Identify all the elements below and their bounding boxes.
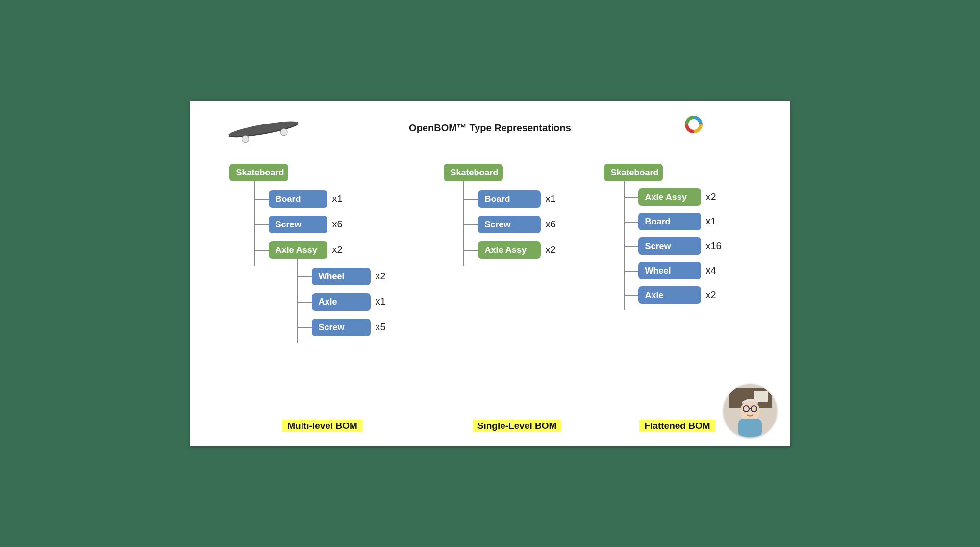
column-flattened: Skateboard Axle Assy x2 Board x1 Screw x… xyxy=(604,164,751,431)
qty-wheel: x2 xyxy=(376,271,386,282)
qty-axle-assy: x2 xyxy=(706,191,716,202)
qty-board: x1 xyxy=(332,193,343,204)
caption-singlelevel: Single-Level BOM xyxy=(444,421,591,431)
svg-point-1 xyxy=(227,119,299,140)
root-label: Skateboard xyxy=(236,168,284,178)
qty-board: x1 xyxy=(706,216,716,227)
svg-point-7 xyxy=(740,401,760,421)
node-screw: Screw xyxy=(478,216,541,233)
presenter-webcam xyxy=(724,384,777,437)
qty-axle-assy: x2 xyxy=(546,244,556,255)
node-axle-assy: Axle Assy xyxy=(478,241,541,259)
node-screw: Screw xyxy=(269,216,327,233)
node-wheel: Wheel xyxy=(638,262,701,279)
node-screw: Screw xyxy=(638,237,701,255)
root-node: Skateboard xyxy=(604,164,663,181)
openbom-logo-icon xyxy=(683,114,704,135)
slide: OpenBOM™ Type Representations Skateboard xyxy=(190,101,790,446)
svg-rect-8 xyxy=(738,419,762,437)
node-board: Board xyxy=(269,190,327,208)
node-axle: Axle xyxy=(638,286,701,304)
node-axle: Axle xyxy=(312,293,371,311)
node-axle-assy: Axle Assy xyxy=(638,188,701,206)
node-screw2: Screw xyxy=(312,319,371,336)
qty-screw2: x5 xyxy=(376,322,386,333)
qty-axle: x2 xyxy=(706,289,716,300)
qty-axle-assy: x2 xyxy=(332,244,343,255)
qty-screw: x16 xyxy=(706,240,722,251)
caption-multilevel: Multi-level BOM xyxy=(229,421,416,431)
root-node: Skateboard xyxy=(444,164,503,181)
node-board: Board xyxy=(638,213,701,230)
qty-screw: x6 xyxy=(546,219,556,230)
qty-axle: x1 xyxy=(376,296,386,307)
column-multilevel: Skateboard Board x1 Screw x6 Axle Assy x… xyxy=(229,164,416,431)
root-label: Skateboard xyxy=(611,168,659,178)
node-wheel: Wheel xyxy=(312,268,371,285)
column-singlelevel: Skateboard Board x1 Screw x6 Axle Assy x… xyxy=(444,164,591,431)
qty-screw: x6 xyxy=(332,219,343,230)
svg-rect-6 xyxy=(754,391,768,402)
columns: Skateboard Board x1 Screw x6 Axle Assy x… xyxy=(229,164,751,431)
root-label: Skateboard xyxy=(451,168,499,178)
qty-board: x1 xyxy=(546,193,556,204)
qty-wheel: x4 xyxy=(706,265,716,276)
node-board: Board xyxy=(478,190,541,208)
node-axle-assy: Axle Assy xyxy=(269,241,327,259)
skateboard-illustration xyxy=(225,116,308,145)
root-node: Skateboard xyxy=(229,164,288,181)
